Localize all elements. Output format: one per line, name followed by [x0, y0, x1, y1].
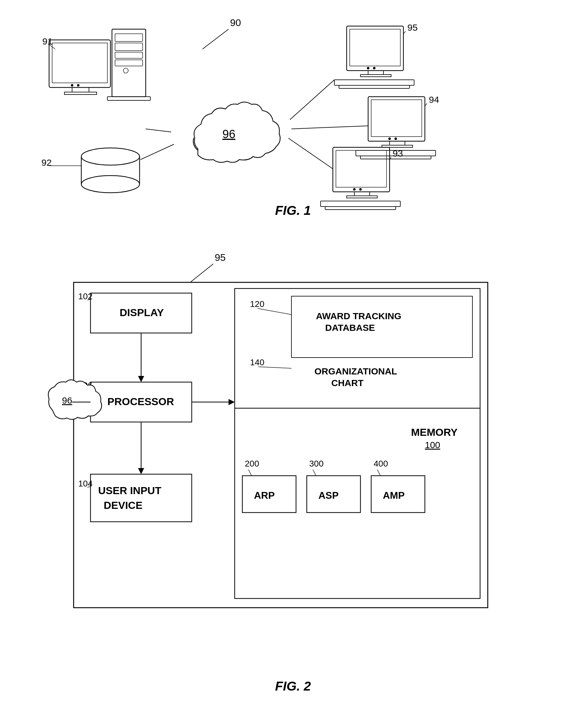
svg-point-5	[71, 84, 73, 86]
svg-line-77	[258, 367, 291, 368]
fig2-diagram: 95 DISPLAY 102 PROCESSOR 106	[25, 245, 561, 700]
fig2-label-102: 102	[78, 291, 92, 301]
fig1-label-92: 92	[42, 157, 52, 167]
fig2-label-140: 140	[250, 358, 264, 367]
svg-rect-10	[115, 52, 143, 58]
fig1-label-96: 96	[222, 128, 235, 140]
svg-rect-9	[115, 43, 143, 51]
svg-line-80	[248, 470, 251, 476]
fig2-cloud-label: 96	[62, 395, 72, 406]
svg-point-34	[373, 67, 375, 69]
svg-line-84	[377, 470, 380, 476]
svg-rect-36	[339, 85, 409, 88]
fig2-award-label2: DATABASE	[325, 322, 375, 333]
svg-rect-8	[115, 34, 143, 42]
fig2-uid-label2: DEVICE	[104, 499, 143, 511]
fig2-asp-label: ASP	[318, 490, 339, 501]
svg-line-59	[190, 264, 213, 282]
page: 90 91	[0, 0, 585, 728]
svg-rect-50	[347, 196, 377, 198]
svg-rect-38	[368, 97, 425, 141]
fig2-label-400: 400	[374, 459, 388, 468]
svg-point-15	[81, 148, 139, 165]
fig2-org-label1: ORGANIZATIONAL	[314, 366, 397, 376]
fig2-processor-label: PROCESSOR	[107, 396, 174, 407]
svg-rect-29	[347, 26, 403, 71]
svg-line-57	[291, 126, 368, 129]
fig2-memory-label: MEMORY	[411, 426, 458, 438]
fig1-title: FIG. 1	[275, 203, 311, 218]
svg-point-42	[388, 137, 391, 140]
svg-rect-32	[361, 75, 391, 77]
svg-rect-30	[350, 29, 400, 66]
svg-line-58	[288, 138, 333, 169]
svg-rect-40	[390, 141, 405, 145]
fig1-diagram: 90 91	[25, 9, 561, 224]
fig1-label-91: 91	[42, 36, 52, 46]
svg-rect-53	[321, 201, 400, 207]
fig2-svg: 95 DISPLAY 102 PROCESSOR 106	[25, 245, 561, 684]
fig2-org-label2: CHART	[331, 378, 364, 388]
svg-rect-73	[235, 288, 480, 598]
fig2-title: FIG. 2	[275, 679, 311, 694]
svg-marker-68	[138, 468, 144, 474]
fig2-display-label: DISPLAY	[119, 307, 164, 318]
svg-rect-1	[49, 40, 110, 87]
svg-rect-35	[335, 80, 414, 85]
fig2-arp-label: ARP	[254, 490, 275, 501]
svg-line-27	[146, 129, 171, 132]
svg-line-28	[140, 144, 174, 160]
fig1-svg: 90 91	[25, 9, 561, 224]
fig2-label-120: 120	[250, 299, 264, 309]
svg-rect-13	[107, 97, 150, 100]
fig2-amp-label: AMP	[383, 490, 405, 501]
svg-marker-72	[229, 399, 235, 405]
fig2-label-300: 300	[309, 459, 324, 468]
svg-rect-39	[371, 100, 422, 136]
fig1-label-94: 94	[429, 95, 439, 105]
svg-rect-7	[112, 29, 146, 97]
svg-rect-2	[52, 43, 107, 83]
svg-point-43	[395, 137, 397, 140]
svg-line-0	[203, 29, 229, 49]
svg-marker-64	[138, 376, 144, 382]
fig2-label-95: 95	[215, 252, 226, 263]
svg-rect-47	[333, 147, 390, 192]
svg-rect-54	[325, 207, 396, 210]
svg-point-12	[123, 68, 128, 73]
svg-rect-3	[72, 87, 89, 92]
svg-point-6	[77, 84, 79, 86]
fig2-label-100: 100	[425, 440, 440, 450]
svg-line-75	[258, 308, 291, 315]
fig1-label-95: 95	[407, 22, 418, 32]
svg-rect-74	[291, 296, 472, 358]
fig2-uid-label1: USER INPUT	[98, 485, 161, 496]
svg-rect-31	[368, 71, 383, 75]
svg-point-51	[353, 188, 355, 190]
svg-point-52	[359, 188, 362, 190]
svg-rect-4	[64, 92, 97, 95]
fig2-label-200: 200	[245, 459, 259, 468]
fig1-label-90: 90	[230, 17, 241, 28]
svg-point-18	[81, 176, 139, 193]
svg-rect-11	[115, 60, 143, 66]
fig2-cloud: 96	[48, 380, 102, 420]
fig1-label-93: 93	[393, 148, 403, 158]
fig2-label-104: 104	[78, 479, 92, 488]
fig1-cloud: 96	[193, 102, 280, 163]
svg-line-82	[313, 470, 316, 476]
fig2-award-label1: AWARD TRACKING	[316, 311, 401, 321]
svg-rect-49	[354, 192, 370, 196]
svg-rect-69	[90, 474, 192, 522]
svg-point-33	[367, 67, 369, 69]
svg-line-56	[290, 80, 335, 120]
